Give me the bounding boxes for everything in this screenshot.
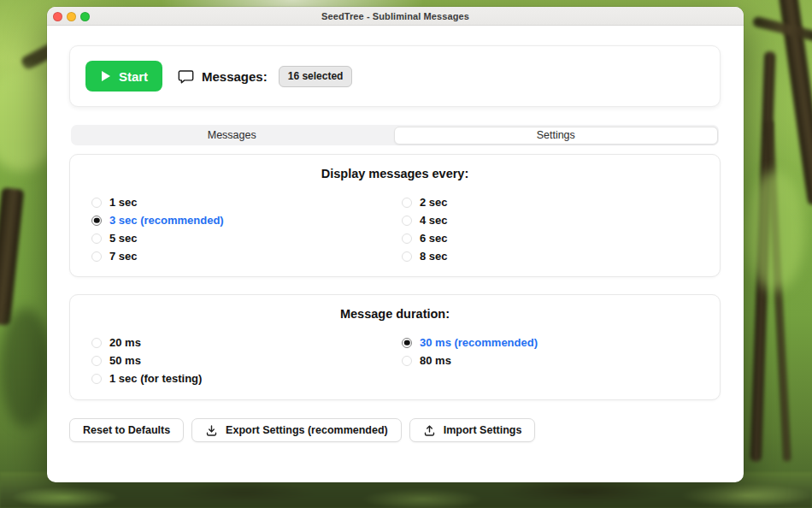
tab-settings[interactable]: Settings <box>394 127 718 145</box>
radio-label: 1 sec <box>109 196 138 209</box>
minimize-button[interactable] <box>67 12 76 21</box>
import-settings-label: Import Settings <box>444 424 522 436</box>
interval-left-column: 1 sec 3 sec (recommended) 5 sec 7 sec <box>70 193 395 265</box>
upload-icon <box>423 424 436 437</box>
footer-actions: Reset to Defaults Export Settings (recom… <box>69 418 535 442</box>
radio-icon <box>402 198 412 208</box>
radio-7-sec[interactable]: 7 sec <box>91 247 395 265</box>
duration-options: 20 ms 50 ms 1 sec (for testing) 30 ms (r… <box>70 334 720 387</box>
tab-bar: Messages Settings <box>71 125 719 145</box>
export-settings-label: Export Settings (recommended) <box>226 424 388 436</box>
interval-panel: Display messages every: 1 sec 3 sec (rec… <box>69 154 721 277</box>
radio-80-ms[interactable]: 80 ms <box>402 351 720 369</box>
interval-right-column: 2 sec 4 sec 6 sec 8 sec <box>395 193 720 265</box>
tab-settings-label: Settings <box>537 129 575 141</box>
interval-panel-title: Display messages every: <box>70 167 720 180</box>
duration-right-column: 30 ms (recommended) 80 ms <box>395 334 720 387</box>
radio-6-sec[interactable]: 6 sec <box>402 229 720 247</box>
close-button[interactable] <box>53 12 62 21</box>
radio-label: 30 ms (recommended) <box>420 336 538 349</box>
duration-panel-title: Message duration: <box>70 307 720 321</box>
reset-defaults-button[interactable]: Reset to Defaults <box>69 418 184 442</box>
start-button[interactable]: Start <box>85 61 162 92</box>
radio-3-sec-recommended[interactable]: 3 sec (recommended) <box>91 211 395 229</box>
radio-icon <box>402 356 412 366</box>
radio-icon <box>402 216 412 226</box>
radio-label: 5 sec <box>109 232 138 245</box>
radio-50-ms[interactable]: 50 ms <box>91 351 395 369</box>
traffic-lights <box>53 12 90 21</box>
radio-label: 20 ms <box>109 336 141 349</box>
radio-icon <box>402 338 412 348</box>
foliage-shadow <box>0 308 51 428</box>
radio-icon <box>91 233 102 244</box>
tab-messages[interactable]: Messages <box>71 125 393 145</box>
radio-label: 7 sec <box>109 250 138 263</box>
radio-icon <box>91 198 102 208</box>
radio-5-sec[interactable]: 5 sec <box>91 229 395 247</box>
duration-panel: Message duration: 20 ms 50 ms 1 sec (for… <box>69 294 721 400</box>
radio-2-sec[interactable]: 2 sec <box>402 193 720 211</box>
titlebar[interactable]: SeedTree - Subliminal Messages <box>47 7 744 26</box>
radio-label: 50 ms <box>109 354 141 367</box>
start-card: Start Messages: 16 selected <box>69 45 721 107</box>
radio-1-sec[interactable]: 1 sec <box>91 193 395 211</box>
app-window: SeedTree - Subliminal Messages Start Mes… <box>47 7 744 482</box>
messages-summary: Messages: 16 selected <box>178 66 352 87</box>
radio-label: 8 sec <box>420 250 448 263</box>
messages-label: Messages: <box>202 69 268 84</box>
start-button-label: Start <box>119 69 148 84</box>
play-icon <box>100 70 111 82</box>
export-settings-button[interactable]: Export Settings (recommended) <box>191 418 402 442</box>
radio-icon <box>91 338 102 348</box>
radio-label: 80 ms <box>420 354 451 367</box>
radio-icon <box>402 233 412 244</box>
selected-count-badge[interactable]: 16 selected <box>279 66 353 87</box>
interval-options: 1 sec 3 sec (recommended) 5 sec 7 sec <box>70 193 720 265</box>
radio-30-ms-recommended[interactable]: 30 ms (recommended) <box>402 334 720 351</box>
radio-4-sec[interactable]: 4 sec <box>402 211 720 229</box>
radio-label: 1 sec (for testing) <box>109 372 202 385</box>
speech-bubble-icon <box>178 68 194 85</box>
radio-icon <box>91 216 102 226</box>
radio-8-sec[interactable]: 8 sec <box>402 247 720 265</box>
radio-label: 3 sec (recommended) <box>109 214 224 227</box>
radio-1-sec-testing[interactable]: 1 sec (for testing) <box>91 369 395 387</box>
reset-defaults-label: Reset to Defaults <box>83 424 170 436</box>
radio-label: 6 sec <box>420 232 448 245</box>
radio-icon <box>91 374 102 384</box>
radio-20-ms[interactable]: 20 ms <box>91 334 395 351</box>
import-settings-button[interactable]: Import Settings <box>409 418 536 442</box>
tree-trunk <box>0 187 24 326</box>
radio-icon <box>91 251 102 262</box>
duration-left-column: 20 ms 50 ms 1 sec (for testing) <box>70 334 395 387</box>
download-icon <box>205 424 218 437</box>
zoom-button[interactable] <box>80 12 90 21</box>
tab-messages-label: Messages <box>208 129 256 141</box>
radio-label: 4 sec <box>420 214 448 227</box>
radio-icon <box>91 356 102 366</box>
window-title: SeedTree - Subliminal Messages <box>321 11 469 21</box>
foliage-highlight <box>745 171 805 291</box>
radio-label: 2 sec <box>420 196 448 209</box>
radio-icon <box>402 251 412 262</box>
